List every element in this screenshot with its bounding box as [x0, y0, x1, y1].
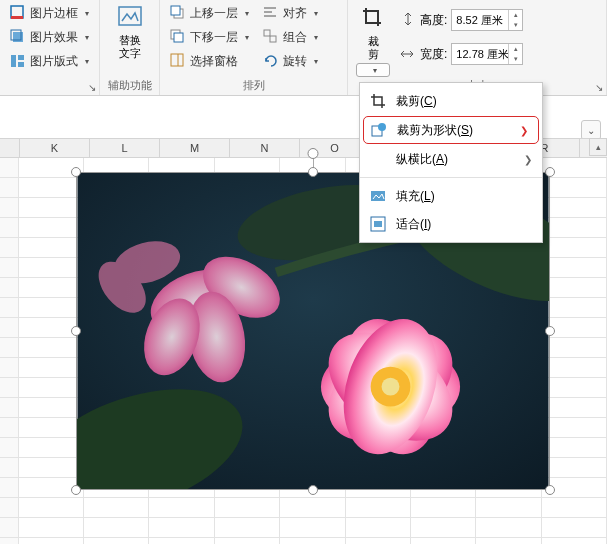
resize-handle-n[interactable]: [308, 167, 318, 177]
scroll-up-button[interactable]: ▴: [589, 138, 607, 156]
bring-forward-button[interactable]: 上移一层 ▾: [166, 2, 253, 24]
svg-rect-42: [374, 221, 382, 227]
rotation-handle[interactable]: [308, 148, 319, 159]
send-backward-button[interactable]: 下移一层 ▾: [166, 26, 253, 48]
chevron-down-icon: ▾: [373, 66, 377, 75]
selection-pane-icon: [170, 53, 186, 69]
crop-dropdown-toggle[interactable]: ▾: [356, 63, 390, 77]
picture-effects-label: 图片效果: [30, 29, 78, 46]
select-all-corner[interactable]: [0, 139, 20, 157]
chevron-down-icon: ▾: [314, 57, 318, 66]
rotate-icon: [263, 53, 279, 69]
svg-rect-6: [18, 62, 24, 67]
dialog-launcher-icon[interactable]: ↘: [88, 82, 96, 93]
group-label-accessibility: 辅助功能: [100, 77, 159, 94]
spin-down[interactable]: ▾: [509, 20, 522, 30]
width-input[interactable]: 12.78 厘米 ▴▾: [451, 43, 523, 65]
align-label: 对齐: [283, 5, 307, 22]
submenu-arrow-icon: ❯: [520, 125, 528, 136]
chevron-down-icon: ▾: [314, 9, 318, 18]
menu-fill[interactable]: 填充(L): [360, 182, 542, 210]
chevron-down-icon: ▾: [85, 33, 89, 42]
group-label: 组合: [283, 29, 307, 46]
alt-text-button[interactable]: 替换文字: [106, 2, 153, 62]
picture-layout-label: 图片版式: [30, 53, 78, 70]
picture-border-icon: [10, 5, 26, 21]
height-value: 8.52 厘米: [456, 13, 502, 28]
ribbon-group-picture: 图片边框 ▾ 图片效果 ▾ 图片版式 ▾: [0, 0, 100, 95]
ribbon-group-arrange: 上移一层 ▾ 下移一层 ▾ 选择窗格 对齐 ▾: [160, 0, 348, 95]
spin-up[interactable]: ▴: [509, 44, 522, 54]
width-label: 宽度:: [420, 46, 447, 63]
width-value: 12.78 厘米: [456, 47, 509, 62]
resize-handle-s[interactable]: [308, 485, 318, 495]
group-icon: [263, 29, 279, 45]
svg-rect-1: [11, 16, 23, 19]
chevron-down-icon: ▾: [245, 9, 249, 18]
chevron-down-icon: ▾: [245, 33, 249, 42]
resize-handle-ne[interactable]: [545, 167, 555, 177]
chevron-down-icon: ▾: [85, 9, 89, 18]
alt-text-label-2: 文字: [119, 47, 141, 59]
picture-effects-icon: [10, 29, 26, 45]
alt-text-label-1: 替换: [119, 34, 141, 46]
resize-handle-sw[interactable]: [71, 485, 81, 495]
svg-point-37: [382, 378, 400, 396]
crop-button[interactable]: 裁剪 ▾: [354, 2, 392, 81]
blank-icon: [370, 151, 386, 167]
height-label: 高度:: [420, 12, 447, 29]
collapse-ribbon-button[interactable]: ⌄: [581, 120, 601, 140]
menu-crop[interactable]: 裁剪(C): [360, 87, 542, 115]
crop-icon: [370, 93, 386, 109]
resize-handle-e[interactable]: [545, 326, 555, 336]
send-backward-icon: [170, 29, 186, 45]
menu-fit[interactable]: 适合(I): [360, 210, 542, 238]
selection-pane-button[interactable]: 选择窗格: [166, 50, 253, 72]
alt-text-icon: [116, 4, 144, 32]
svg-rect-9: [171, 6, 180, 15]
crop-icon: [361, 6, 385, 33]
crop-dropdown-menu: 裁剪(C) 裁剪为形状(S) ❯ 纵横比(A) ❯ 填充(L) 适合(I): [359, 82, 543, 243]
width-icon: [400, 46, 416, 62]
column-header[interactable]: N: [230, 139, 300, 157]
svg-rect-7: [119, 7, 141, 25]
column-header[interactable]: K: [20, 139, 90, 157]
ribbon-group-accessibility: 替换文字 辅助功能: [100, 0, 160, 95]
dialog-launcher-icon[interactable]: ↘: [595, 82, 603, 93]
align-button[interactable]: 对齐 ▾: [259, 2, 322, 24]
chevron-down-icon: ▾: [314, 33, 318, 42]
height-icon: [400, 12, 416, 28]
picture-effects-button[interactable]: 图片效果 ▾: [6, 26, 93, 48]
align-icon: [263, 5, 279, 21]
bring-forward-label: 上移一层: [190, 5, 238, 22]
menu-crop-to-shape[interactable]: 裁剪为形状(S) ❯: [363, 116, 539, 144]
fill-icon: [370, 188, 386, 204]
column-header[interactable]: L: [90, 139, 160, 157]
svg-rect-5: [18, 55, 24, 60]
svg-rect-11: [174, 33, 183, 42]
picture-border-button[interactable]: 图片边框 ▾: [6, 2, 93, 24]
bring-forward-icon: [170, 5, 186, 21]
height-input[interactable]: 8.52 厘米 ▴▾: [451, 9, 523, 31]
submenu-arrow-icon: ❯: [524, 154, 532, 165]
column-header[interactable]: M: [160, 139, 230, 157]
resize-handle-nw[interactable]: [71, 167, 81, 177]
menu-aspect-ratio[interactable]: 纵横比(A) ❯: [360, 145, 542, 173]
svg-rect-17: [264, 30, 270, 36]
spin-up[interactable]: ▴: [509, 10, 522, 20]
spin-down[interactable]: ▾: [509, 54, 522, 64]
svg-rect-18: [270, 36, 276, 42]
chevron-down-icon: ▾: [85, 57, 89, 66]
rotate-button[interactable]: 旋转 ▾: [259, 50, 322, 72]
svg-rect-4: [11, 55, 16, 67]
picture-border-label: 图片边框: [30, 5, 78, 22]
group-button[interactable]: 组合 ▾: [259, 26, 322, 48]
resize-handle-w[interactable]: [71, 326, 81, 336]
resize-handle-se[interactable]: [545, 485, 555, 495]
picture-layout-icon: [10, 53, 26, 69]
ribbon-group-size: 裁剪 ▾ 高度: 8.52 厘米 ▴▾ 宽度: 12.78 厘米: [348, 0, 607, 95]
fit-icon: [370, 216, 386, 232]
selection-pane-label: 选择窗格: [190, 53, 238, 70]
picture-layout-button[interactable]: 图片版式 ▾: [6, 50, 93, 72]
group-label-arrange: 排列: [160, 77, 347, 94]
